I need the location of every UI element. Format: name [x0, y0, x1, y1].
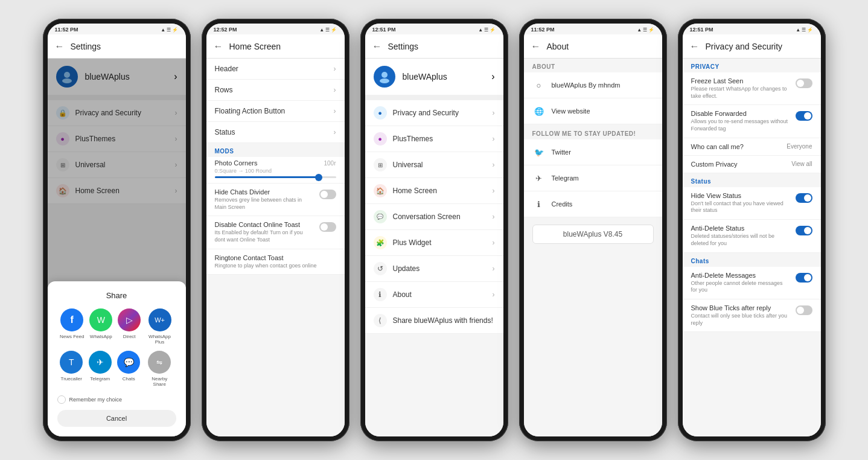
- settings-themes-3[interactable]: ● PlusThemes ›: [365, 126, 503, 152]
- share-row-1: f News Feed W WhatsApp ▷ Direct W+: [57, 308, 176, 345]
- universal-chevron-3: ›: [493, 161, 495, 169]
- anti-delete-status: Anti-Delete Status Deleted statuses/stor…: [683, 220, 821, 252]
- privacy-chevron-3: ›: [493, 109, 495, 117]
- rows-chevron: ›: [334, 86, 336, 94]
- forwarded-desc: Allows you to re-send messages without F…: [691, 118, 791, 132]
- settings-about-3[interactable]: ℹ About ›: [365, 282, 503, 308]
- call-value: Everyone: [787, 143, 812, 150]
- privacy-section-status: Status: [683, 173, 821, 187]
- share-telegram[interactable]: ✈ Telegram: [89, 351, 112, 387]
- settings-homescreen-3[interactable]: 🏠 Home Screen ›: [365, 178, 503, 204]
- blueticks-toggle[interactable]: [796, 305, 812, 315]
- about-icon-3: ℹ: [374, 288, 387, 301]
- hideview-toggle[interactable]: [796, 193, 812, 203]
- antistatus-toggle[interactable]: [796, 226, 812, 235]
- status-bar-1: 11:52 PM ▲ ☰ ⚡: [48, 24, 186, 34]
- ringtone-title: Ringtone Contact Toast: [215, 254, 336, 261]
- about-chevron-3: ›: [493, 290, 495, 299]
- forwarded-toggle[interactable]: [796, 111, 812, 121]
- hide-chats-toggle[interactable]: [319, 190, 336, 199]
- app-bar-4: ← About: [524, 34, 662, 59]
- remember-row: Remember my choice: [57, 393, 176, 406]
- freeze-desc: Please restart WhatsApp for changes to t…: [691, 86, 791, 100]
- nearby-icon: ⇋: [148, 351, 171, 374]
- updates-chevron-3: ›: [493, 264, 495, 273]
- about-website[interactable]: 🌐 View website: [524, 98, 662, 124]
- telegram-about-text: Telegram: [552, 174, 654, 182]
- time-3: 12:51 PM: [372, 27, 396, 33]
- freeze-toggle[interactable]: [796, 78, 812, 88]
- settings-universal-3[interactable]: ⊞ Universal ›: [365, 152, 503, 178]
- header-chevron: ›: [334, 65, 336, 73]
- back-arrow-2[interactable]: ←: [214, 41, 223, 52]
- slider-track[interactable]: [215, 176, 336, 178]
- back-arrow-4[interactable]: ←: [531, 41, 541, 52]
- antimsg-title: Anti-Delete Messages: [691, 272, 791, 279]
- settings-widget-3[interactable]: 🧩 Plus Widget ›: [365, 230, 503, 256]
- homescreen-status[interactable]: Status ›: [206, 122, 345, 143]
- share-nearby[interactable]: ⇋ Nearby Share: [146, 351, 173, 387]
- settings-updates-3[interactable]: ↺ Updates ›: [365, 256, 503, 282]
- icons-1: ▲ ☰ ⚡: [161, 27, 178, 33]
- conversation-chevron-3: ›: [493, 212, 495, 221]
- status-label: Status: [215, 128, 328, 136]
- online-toast-toggle[interactable]: [319, 222, 336, 232]
- share-truecaller[interactable]: T Truecaller: [60, 351, 83, 387]
- homescreen-header[interactable]: Header ›: [206, 59, 345, 80]
- back-arrow-3[interactable]: ←: [372, 41, 382, 52]
- version-badge: blueWAplus V8.45: [532, 225, 654, 244]
- antimsg-toggle[interactable]: [796, 273, 812, 283]
- phone-3: 12:51 PM ▲ ☰ ⚡ ← Settings blueWAplus › ●: [360, 19, 508, 441]
- share-waplus[interactable]: W+ WhatsApp Plus: [146, 308, 173, 345]
- time-4: 11:52 PM: [531, 27, 555, 33]
- chats-icon: 💬: [117, 351, 140, 374]
- back-arrow-1[interactable]: ←: [55, 41, 65, 52]
- share-direct[interactable]: ▷ Direct: [118, 308, 141, 345]
- slider-thumb[interactable]: [315, 174, 322, 181]
- share-newsfeed[interactable]: f News Feed: [60, 308, 84, 345]
- share-icon-3: ⟨: [374, 314, 387, 327]
- about-bymhndm[interactable]: ○ blueWAplus By mhndm: [524, 72, 662, 98]
- homescreen-chevron-3: ›: [493, 187, 495, 195]
- svg-point-2: [381, 72, 388, 78]
- blueticks-desc: Contact will only see blue ticks after y…: [691, 313, 791, 327]
- share-whatsapp[interactable]: W WhatsApp: [89, 308, 112, 345]
- hide-chats-info: Hide Chats Divider Removes grey line bet…: [215, 188, 314, 211]
- divider-3: [365, 95, 503, 100]
- who-can-call: Who can call me? Everyone: [683, 138, 821, 156]
- screen-2-content: Header › Rows › Floating Action Button ›…: [206, 59, 345, 436]
- settings-privacy-3[interactable]: ● Privacy and Security ›: [365, 100, 503, 126]
- settings-share-3[interactable]: ⟨ Share blueWAplus with friends!: [365, 308, 503, 334]
- app-bar-title-5: Privacy and Security: [706, 42, 783, 51]
- cancel-button[interactable]: Cancel: [57, 410, 176, 427]
- profile-chevron-3: ›: [491, 71, 494, 82]
- share-chats[interactable]: 💬 Chats: [117, 351, 140, 387]
- icons-4: ▲ ☰ ⚡: [637, 27, 654, 33]
- website-text: View website: [552, 107, 654, 115]
- bymhndm-text: blueWAplus By mhndm: [552, 81, 654, 89]
- status-bar-4: 11:52 PM ▲ ☰ ⚡: [524, 24, 662, 34]
- share-label-3: Share blueWAplus with friends!: [393, 316, 495, 325]
- about-twitter[interactable]: 🐦 Twitter: [524, 139, 662, 165]
- phones-container: 11:52 PM ▲ ☰ ⚡ ← Settings blueWAplus › 🔒: [31, 7, 838, 453]
- screen-1-content: blueWAplus › 🔒 Privacy and Security › ● …: [48, 59, 186, 436]
- phone-2-screen: 12:52 PM ▲ ☰ ⚡ ← Home Screen Header › Ro…: [206, 24, 345, 436]
- about-section-label: ABOUT: [524, 59, 662, 72]
- photo-corners-slider: Photo Corners 100r 0:Square → 100 Round: [206, 157, 345, 184]
- profile-item-3[interactable]: blueWAplus ›: [365, 59, 503, 95]
- share-row-2: T Truecaller ✈ Telegram 💬 Chats ⇋: [57, 351, 176, 387]
- phone-5-screen: 12:51 PM ▲ ☰ ⚡ ← Privacy and Security PR…: [683, 24, 821, 436]
- back-arrow-5[interactable]: ←: [690, 41, 700, 52]
- homescreen-rows[interactable]: Rows ›: [206, 80, 345, 101]
- universal-icon-3: ⊞: [374, 158, 387, 171]
- direct-label: Direct: [123, 334, 136, 339]
- settings-conversation-3[interactable]: 💬 Conversation Screen ›: [365, 204, 503, 230]
- waplus-label: WhatsApp Plus: [146, 334, 173, 345]
- newsfeed-icon: f: [60, 308, 83, 331]
- about-credits[interactable]: ℹ Credits: [524, 191, 662, 217]
- remember-checkbox[interactable]: [57, 395, 66, 404]
- slider-desc: 0:Square → 100 Round: [215, 168, 336, 174]
- about-telegram[interactable]: ✈ Telegram: [524, 165, 662, 191]
- homescreen-fab[interactable]: Floating Action Button ›: [206, 101, 345, 122]
- disable-forwarded: Disable Forwarded Allows you to re-send …: [683, 105, 821, 138]
